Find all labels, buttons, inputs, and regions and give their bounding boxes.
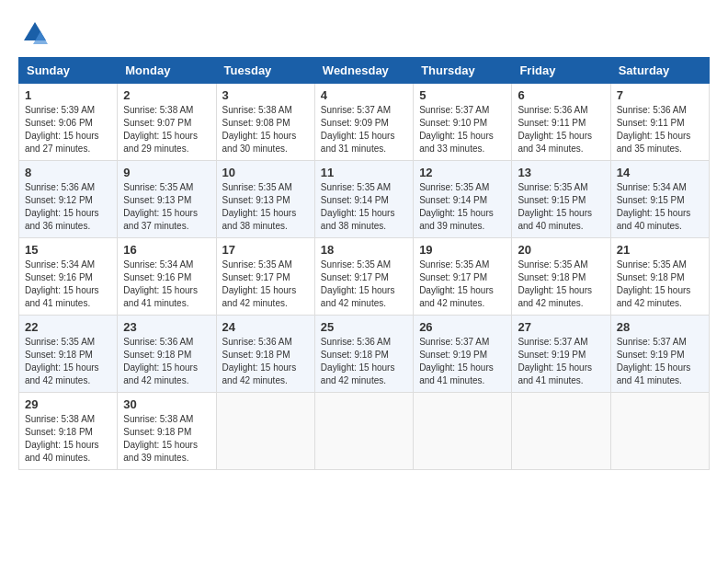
calendar-cell: 23 Sunrise: 5:36 AM Sunset: 9:18 PM Dayl…	[118, 316, 216, 393]
daylight: Daylight: 15 hours and 42 minutes.	[617, 285, 691, 308]
calendar-cell: 20 Sunrise: 5:35 AM Sunset: 9:18 PM Dayl…	[512, 238, 610, 316]
day-number: 5	[419, 88, 506, 102]
sunset: Sunset: 9:17 PM	[419, 272, 487, 282]
sunset: Sunset: 9:18 PM	[25, 427, 93, 437]
day-number: 11	[321, 166, 407, 179]
day-header-friday: Friday	[512, 58, 610, 84]
sunrise: Sunrise: 5:35 AM	[321, 259, 391, 270]
sunrise: Sunrise: 5:35 AM	[321, 182, 391, 192]
sunset: Sunset: 9:18 PM	[123, 350, 191, 360]
daylight: Daylight: 15 hours and 41 minutes.	[123, 285, 198, 308]
daylight: Daylight: 15 hours and 40 minutes.	[617, 208, 691, 231]
day-number: 1	[25, 88, 111, 102]
daylight: Daylight: 15 hours and 27 minutes.	[25, 131, 99, 154]
sunrise: Sunrise: 5:36 AM	[222, 337, 292, 347]
cell-details: Sunrise: 5:36 AM Sunset: 9:18 PM Dayligh…	[321, 336, 407, 387]
day-header-sunday: Sunday	[19, 58, 118, 84]
cell-details: Sunrise: 5:38 AM Sunset: 9:08 PM Dayligh…	[222, 104, 309, 155]
cell-details: Sunrise: 5:38 AM Sunset: 9:18 PM Dayligh…	[25, 413, 111, 465]
sunrise: Sunrise: 5:35 AM	[617, 259, 687, 270]
day-number: 22	[25, 320, 111, 334]
day-header-monday: Monday	[118, 58, 216, 84]
sunset: Sunset: 9:14 PM	[419, 195, 487, 205]
calendar-cell: 21 Sunrise: 5:35 AM Sunset: 9:18 PM Dayl…	[610, 238, 709, 316]
daylight: Daylight: 15 hours and 42 minutes.	[123, 362, 198, 385]
daylight: Daylight: 15 hours and 42 minutes.	[518, 285, 592, 308]
cell-details: Sunrise: 5:35 AM Sunset: 9:15 PM Dayligh…	[518, 181, 604, 233]
daylight: Daylight: 15 hours and 38 minutes.	[321, 208, 395, 231]
cell-details: Sunrise: 5:39 AM Sunset: 9:06 PM Dayligh…	[25, 104, 111, 155]
sunrise: Sunrise: 5:34 AM	[25, 259, 95, 270]
sunset: Sunset: 9:13 PM	[123, 195, 191, 205]
daylight: Daylight: 15 hours and 29 minutes.	[123, 131, 198, 154]
calendar-cell: 25 Sunrise: 5:36 AM Sunset: 9:18 PM Dayl…	[314, 316, 413, 393]
sunset: Sunset: 9:15 PM	[617, 195, 685, 205]
cell-details: Sunrise: 5:37 AM Sunset: 9:10 PM Dayligh…	[419, 104, 506, 155]
day-number: 30	[123, 397, 210, 411]
day-number: 7	[617, 88, 703, 102]
sunrise: Sunrise: 5:35 AM	[518, 259, 587, 270]
sunset: Sunset: 9:18 PM	[518, 272, 586, 282]
day-number: 4	[321, 88, 407, 102]
cell-details: Sunrise: 5:36 AM Sunset: 9:12 PM Dayligh…	[25, 181, 111, 233]
daylight: Daylight: 15 hours and 38 minutes.	[222, 208, 297, 231]
day-number: 9	[123, 166, 210, 179]
cell-details: Sunrise: 5:34 AM Sunset: 9:16 PM Dayligh…	[123, 259, 210, 310]
cell-details: Sunrise: 5:35 AM Sunset: 9:14 PM Dayligh…	[321, 181, 407, 233]
sunset: Sunset: 9:18 PM	[222, 350, 290, 360]
cell-details: Sunrise: 5:36 AM Sunset: 9:18 PM Dayligh…	[123, 336, 210, 387]
day-number: 18	[321, 243, 407, 257]
day-number: 27	[518, 320, 604, 334]
sunset: Sunset: 9:15 PM	[518, 195, 586, 205]
page-header	[18, 18, 710, 48]
calendar-cell: 9 Sunrise: 5:35 AM Sunset: 9:13 PM Dayli…	[118, 161, 216, 238]
calendar-header-row: SundayMondayTuesdayWednesdayThursdayFrid…	[19, 58, 710, 84]
sunset: Sunset: 9:18 PM	[25, 350, 93, 360]
logo-icon	[20, 18, 50, 48]
sunset: Sunset: 9:18 PM	[321, 350, 389, 360]
sunrise: Sunrise: 5:37 AM	[419, 105, 489, 115]
sunrise: Sunrise: 5:35 AM	[222, 259, 292, 270]
cell-details: Sunrise: 5:38 AM Sunset: 9:07 PM Dayligh…	[123, 104, 210, 155]
calendar-week-3: 15 Sunrise: 5:34 AM Sunset: 9:16 PM Dayl…	[19, 238, 710, 316]
sunrise: Sunrise: 5:37 AM	[617, 337, 687, 347]
sunset: Sunset: 9:11 PM	[617, 118, 685, 128]
daylight: Daylight: 15 hours and 35 minutes.	[617, 131, 691, 154]
sunrise: Sunrise: 5:38 AM	[25, 414, 95, 424]
daylight: Daylight: 15 hours and 39 minutes.	[419, 208, 494, 231]
calendar-week-4: 22 Sunrise: 5:35 AM Sunset: 9:18 PM Dayl…	[19, 316, 710, 393]
daylight: Daylight: 15 hours and 31 minutes.	[321, 131, 395, 154]
day-header-thursday: Thursday	[414, 58, 512, 84]
sunset: Sunset: 9:17 PM	[222, 272, 290, 282]
calendar-cell: 10 Sunrise: 5:35 AM Sunset: 9:13 PM Dayl…	[216, 161, 314, 238]
daylight: Daylight: 15 hours and 42 minutes.	[321, 362, 395, 385]
sunrise: Sunrise: 5:37 AM	[419, 337, 489, 347]
day-number: 15	[25, 243, 111, 257]
cell-details: Sunrise: 5:35 AM Sunset: 9:14 PM Dayligh…	[419, 181, 506, 233]
calendar-cell: 2 Sunrise: 5:38 AM Sunset: 9:07 PM Dayli…	[118, 84, 216, 161]
logo	[18, 18, 50, 48]
day-header-wednesday: Wednesday	[314, 58, 413, 84]
cell-details: Sunrise: 5:35 AM Sunset: 9:13 PM Dayligh…	[222, 181, 309, 233]
daylight: Daylight: 15 hours and 42 minutes.	[419, 285, 494, 308]
calendar-cell: 6 Sunrise: 5:36 AM Sunset: 9:11 PM Dayli…	[512, 84, 610, 161]
day-number: 21	[617, 243, 703, 257]
calendar-table: SundayMondayTuesdayWednesdayThursdayFrid…	[18, 57, 710, 470]
cell-details: Sunrise: 5:34 AM Sunset: 9:16 PM Dayligh…	[25, 259, 111, 310]
cell-details: Sunrise: 5:37 AM Sunset: 9:19 PM Dayligh…	[518, 336, 604, 387]
day-number: 16	[123, 243, 210, 257]
calendar-cell: 7 Sunrise: 5:36 AM Sunset: 9:11 PM Dayli…	[610, 84, 709, 161]
sunset: Sunset: 9:16 PM	[123, 272, 191, 282]
calendar-cell: 16 Sunrise: 5:34 AM Sunset: 9:16 PM Dayl…	[118, 238, 216, 316]
day-number: 20	[518, 243, 604, 257]
cell-details: Sunrise: 5:37 AM Sunset: 9:19 PM Dayligh…	[617, 336, 703, 387]
sunrise: Sunrise: 5:35 AM	[419, 259, 489, 270]
sunset: Sunset: 9:18 PM	[617, 272, 685, 282]
cell-details: Sunrise: 5:36 AM Sunset: 9:11 PM Dayligh…	[518, 104, 604, 155]
day-number: 29	[25, 397, 111, 411]
calendar-cell: 14 Sunrise: 5:34 AM Sunset: 9:15 PM Dayl…	[610, 161, 709, 238]
calendar-cell: 4 Sunrise: 5:37 AM Sunset: 9:09 PM Dayli…	[314, 84, 413, 161]
calendar-cell	[414, 393, 512, 470]
sunrise: Sunrise: 5:38 AM	[123, 414, 193, 424]
calendar-cell: 11 Sunrise: 5:35 AM Sunset: 9:14 PM Dayl…	[314, 161, 413, 238]
